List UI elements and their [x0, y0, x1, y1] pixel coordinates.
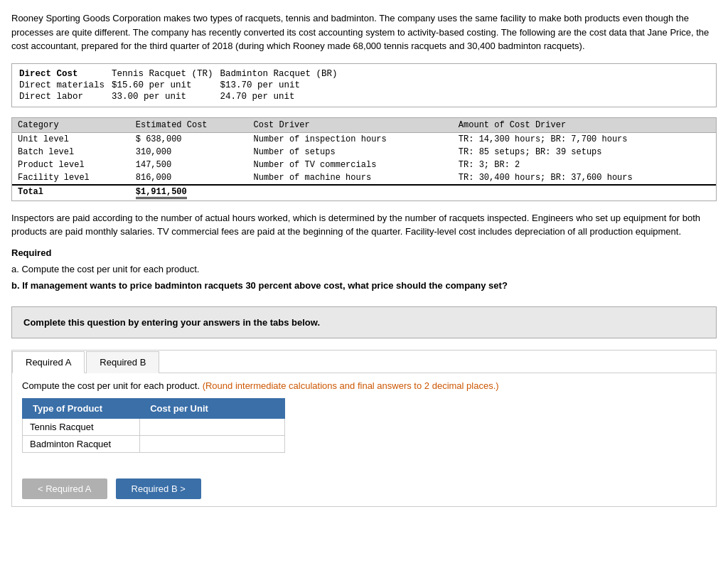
- next-button[interactable]: Required B >: [116, 478, 201, 499]
- act-cost: 310,000: [130, 146, 248, 159]
- act-cost: 816,000: [130, 171, 248, 185]
- cost-input-cell[interactable]: [140, 435, 285, 452]
- answer-row: Tennis Racquet: [23, 418, 285, 435]
- act-driver: Number of inspection hours: [248, 132, 453, 146]
- tab-required-a[interactable]: Required A: [12, 351, 85, 373]
- answer-row: Badminton Racquet: [23, 435, 285, 452]
- answer-table: Type of Product Cost per Unit Tennis Rac…: [22, 398, 285, 453]
- act-driver: Number of machine hours: [248, 171, 453, 185]
- tabs-container: Required A Required B Compute the cost p…: [11, 350, 717, 507]
- dc-br-value: 24.70 per unit: [220, 91, 345, 102]
- act-amount: TR: 85 setups; BR: 39 setups: [453, 146, 716, 159]
- cost-input-cell[interactable]: [140, 418, 285, 435]
- dc-label: Direct labor: [19, 91, 112, 102]
- cost-input[interactable]: [143, 437, 282, 451]
- act-category: Unit level: [12, 132, 130, 146]
- body-paragraph1: Inspectors are paid according to the num…: [11, 211, 717, 239]
- act-total-value: $1,911,500: [130, 185, 248, 200]
- act-col3: Cost Driver: [248, 118, 453, 133]
- direct-cost-row: Direct labor 33.00 per unit 24.70 per un…: [19, 91, 345, 102]
- act-amount: TR: 30,400 hours; BR: 37,600 hours: [453, 171, 716, 185]
- tab-bar: Required A Required B: [12, 351, 716, 373]
- dc-header1: Direct Cost: [19, 68, 112, 80]
- tab-a-content: Compute the cost per unit for each produ…: [12, 373, 716, 471]
- act-col4: Amount of Cost Driver: [453, 118, 716, 133]
- nav-buttons-row: < Required A Required B >: [12, 471, 716, 506]
- question-a: a. Compute the cost per unit for each pr…: [11, 262, 717, 277]
- answer-col2-header: Cost per Unit: [140, 398, 285, 418]
- cost-input[interactable]: [143, 420, 282, 434]
- activity-row: Batch level 310,000 Number of setups TR:…: [12, 146, 716, 159]
- required-label: Required: [11, 247, 717, 258]
- activity-row: Product level 147,500 Number of TV comme…: [12, 159, 716, 171]
- act-col2: Estimated Cost: [130, 118, 248, 133]
- activity-row: Unit level $ 638,000 Number of inspectio…: [12, 132, 716, 146]
- direct-cost-section: Direct Cost Tennis Racquet (TR) Badminto…: [11, 63, 717, 107]
- act-total-label: Total: [12, 185, 130, 200]
- act-category: Facility level: [12, 171, 130, 185]
- dc-header3: Badminton Racquet (BR): [220, 68, 345, 80]
- prev-button[interactable]: < Required A: [22, 478, 107, 499]
- complete-instruction-text: Complete this question by entering your …: [23, 317, 320, 328]
- tab-required-b[interactable]: Required B: [86, 351, 159, 373]
- dc-label: Direct materials: [19, 80, 112, 91]
- activity-table-section: Category Estimated Cost Cost Driver Amou…: [11, 117, 717, 201]
- dc-header2: Tennis Racquet (TR): [112, 68, 220, 80]
- act-category: Batch level: [12, 146, 130, 159]
- dc-tr-value: 33.00 per unit: [112, 91, 220, 102]
- act-cost: $ 638,000: [130, 132, 248, 146]
- answer-col1-header: Type of Product: [23, 398, 140, 418]
- act-amount: TR: 3; BR: 2: [453, 159, 716, 171]
- act-amount: TR: 14,300 hours; BR: 7,700 hours: [453, 132, 716, 146]
- direct-cost-row: Direct materials $15.60 per unit $13.70 …: [19, 80, 345, 91]
- act-cost: 147,500: [130, 159, 248, 171]
- tab-note: (Round intermediate calculations and fin…: [203, 380, 499, 391]
- tab-instruction: Compute the cost per unit for each produ…: [22, 380, 706, 391]
- activity-row: Facility level 816,000 Number of machine…: [12, 171, 716, 185]
- product-label: Tennis Racquet: [23, 418, 140, 435]
- act-driver: Number of setups: [248, 146, 453, 159]
- question-b: b. If management wants to price badminto…: [11, 279, 717, 293]
- act-category: Product level: [12, 159, 130, 171]
- act-driver: Number of TV commercials: [248, 159, 453, 171]
- product-label: Badminton Racquet: [23, 435, 140, 452]
- act-col1: Category: [12, 118, 130, 133]
- dc-tr-value: $15.60 per unit: [112, 80, 220, 91]
- intro-paragraph: Rooney Sporting Goods Corporation makes …: [11, 11, 717, 53]
- complete-instruction-box: Complete this question by entering your …: [11, 306, 717, 338]
- dc-br-value: $13.70 per unit: [220, 80, 345, 91]
